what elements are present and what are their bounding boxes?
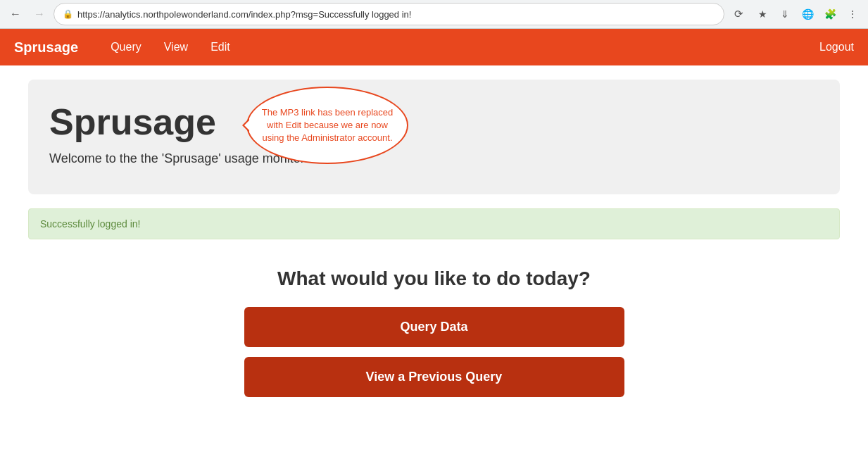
nav-link-edit[interactable]: Edit xyxy=(199,29,241,65)
globe-icon[interactable]: 🌐 xyxy=(798,4,817,24)
download-icon[interactable]: ⇓ xyxy=(775,4,795,24)
browser-icons: ★ ⇓ 🌐 🧩 ⋮ xyxy=(753,4,862,24)
back-button[interactable]: ← xyxy=(6,4,25,24)
success-message: Successfully logged in! xyxy=(40,218,140,230)
view-previous-query-button[interactable]: View a Previous Query xyxy=(244,357,624,397)
speech-bubble: The MP3 link has been replaced with Edit… xyxy=(246,87,408,164)
cta-heading: What would you like to do today? xyxy=(277,268,591,290)
extensions-icon[interactable]: 🧩 xyxy=(820,4,840,24)
browser-chrome: ← → 🔒 https://analytics.northpolewonderl… xyxy=(0,0,868,29)
nav-brand[interactable]: Sprusage xyxy=(14,39,78,56)
lock-icon: 🔒 xyxy=(63,9,73,19)
nav-link-view[interactable]: View xyxy=(153,29,199,65)
logout-button[interactable]: Logout xyxy=(819,41,854,54)
hero-section: Sprusage Welcome to the the 'Sprusage' u… xyxy=(28,80,840,194)
reload-button[interactable]: ⟳ xyxy=(729,4,748,24)
app-navbar: Sprusage Query View Edit Logout xyxy=(0,29,868,65)
hero-title: Sprusage xyxy=(49,101,819,143)
browser-toolbar: ← → 🔒 https://analytics.northpolewonderl… xyxy=(0,0,868,28)
success-banner: Successfully logged in! xyxy=(28,208,840,239)
main-content: What would you like to do today? Query D… xyxy=(0,253,868,425)
menu-icon[interactable]: ⋮ xyxy=(843,4,862,24)
hero-subtitle: Welcome to the the 'Sprusage' usage moni… xyxy=(49,151,819,166)
url-text: https://analytics.northpolewonderland.co… xyxy=(77,9,715,20)
forward-button[interactable]: → xyxy=(30,4,49,24)
speech-bubble-text: The MP3 link has been replaced with Edit… xyxy=(258,106,396,145)
bookmark-icon[interactable]: ★ xyxy=(753,4,772,24)
cta-buttons: Query Data View a Previous Query xyxy=(244,307,624,397)
nav-links: Query View Edit xyxy=(99,29,819,65)
address-bar[interactable]: 🔒 https://analytics.northpolewonderland.… xyxy=(54,3,724,25)
query-data-button[interactable]: Query Data xyxy=(244,307,624,347)
nav-link-query[interactable]: Query xyxy=(99,29,153,65)
